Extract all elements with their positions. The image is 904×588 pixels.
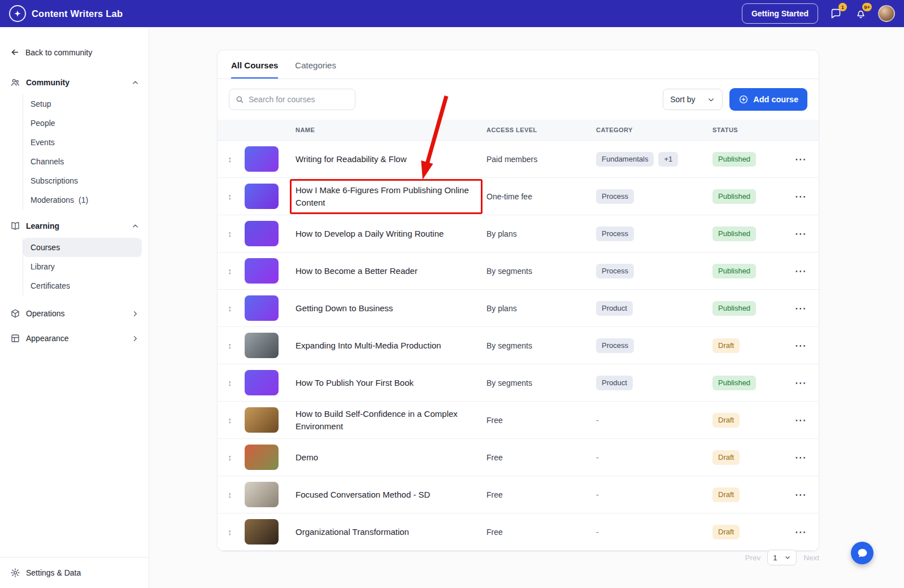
sidebar-item-events[interactable]: Events [23, 133, 142, 152]
notifications-button[interactable]: 9+ [853, 6, 868, 21]
course-row[interactable]: ↕ How I Make 6-Figures From Publishing O… [218, 178, 819, 215]
drag-handle-icon[interactable]: ↕ [228, 229, 245, 238]
page-select[interactable]: 1 [767, 550, 797, 565]
sidebar-item-people[interactable]: People [23, 114, 142, 133]
course-name: Demo [295, 452, 318, 462]
back-to-community-link[interactable]: Back to community [0, 27, 149, 63]
tab-all-courses[interactable]: All Courses [231, 60, 278, 79]
drag-handle-icon[interactable]: ↕ [228, 378, 245, 387]
drag-handle-icon[interactable]: ↕ [228, 154, 245, 164]
row-menu-button[interactable]: ⋯ [790, 414, 811, 426]
course-name: Organizational Transformation [295, 527, 409, 537]
sort-by-label: Sort by [670, 95, 695, 104]
drag-handle-icon[interactable]: ↕ [228, 303, 245, 313]
course-name-wrap: How to Build Self-Confidence in a Comple… [295, 408, 477, 433]
drag-handle-icon[interactable]: ↕ [228, 452, 245, 462]
course-thumbnail [245, 146, 279, 172]
drag-handle-icon[interactable]: ↕ [228, 490, 245, 499]
status-badge: Draft [712, 525, 740, 539]
drag-handle-icon[interactable]: ↕ [228, 527, 245, 537]
tab-categories[interactable]: Categories [295, 60, 336, 79]
course-row[interactable]: ↕ Getting Down to Business By plans Prod… [218, 290, 819, 327]
course-name: Expanding Into Multi-Media Production [295, 341, 441, 350]
category-cell: Fundamentals+1 [596, 152, 712, 167]
sidebar-section-learning[interactable]: Learning [0, 214, 149, 237]
row-menu-button[interactable]: ⋯ [790, 377, 811, 389]
courses-toolbar: Sort by Add course [218, 79, 819, 120]
notifications-badge: 9+ [862, 3, 872, 11]
course-row[interactable]: ↕ Expanding Into Multi-Media Production … [218, 327, 819, 364]
course-name-wrap: Expanding Into Multi-Media Production [295, 339, 441, 352]
courses-card: All Courses Categories Sort by [217, 50, 819, 551]
sort-by-dropdown[interactable]: Sort by [663, 89, 723, 110]
sidebar-item-subscriptions[interactable]: Subscriptions [23, 171, 142, 190]
course-name: How to Build Self-Confidence in a Comple… [295, 409, 458, 431]
user-avatar[interactable] [878, 5, 895, 22]
course-row[interactable]: ↕ How to Build Self-Confidence in a Comp… [218, 402, 819, 439]
getting-started-button[interactable]: Getting Started [742, 3, 818, 24]
messages-button[interactable]: 1 [828, 6, 843, 21]
sidebar-item-setup[interactable]: Setup [23, 94, 142, 114]
access-level: Free [486, 528, 596, 537]
course-name: Getting Down to Business [295, 303, 393, 313]
sidebar-section-appearance[interactable]: Appearance [0, 326, 149, 351]
app-title: Content Writers Lab [32, 8, 123, 19]
course-thumbnail [245, 184, 279, 209]
category-empty: - [596, 490, 599, 499]
course-name-wrap: Getting Down to Business [295, 302, 393, 315]
chevron-up-icon [131, 79, 140, 87]
drag-handle-icon[interactable]: ↕ [228, 266, 245, 276]
drag-handle-icon[interactable]: ↕ [228, 341, 245, 350]
course-name-wrap: How to Become a Better Reader [295, 265, 418, 277]
back-arrow-icon [10, 47, 20, 57]
course-row[interactable]: ↕ Organizational Transformation Free - D… [218, 513, 819, 551]
category-cell: Process [596, 264, 712, 278]
course-thumbnail [245, 258, 279, 284]
status-badge: Draft [712, 487, 740, 502]
course-thumbnail [245, 407, 279, 433]
sidebar-item-library[interactable]: Library [23, 257, 142, 276]
row-menu-button[interactable]: ⋯ [790, 451, 811, 463]
row-menu-button[interactable]: ⋯ [790, 153, 811, 165]
row-menu-button[interactable]: ⋯ [790, 302, 811, 314]
course-row[interactable]: ↕ How To Publish Your First Book By segm… [218, 364, 819, 402]
row-menu-button[interactable]: ⋯ [790, 339, 811, 351]
chat-widget-button[interactable] [851, 542, 873, 564]
access-level: Paid members [486, 155, 596, 164]
row-menu-button[interactable]: ⋯ [790, 526, 811, 538]
sidebar-item-courses[interactable]: Courses [23, 238, 142, 257]
next-page-link[interactable]: Next [803, 554, 819, 562]
row-menu-button[interactable]: ⋯ [790, 265, 811, 277]
messages-badge: 1 [838, 3, 847, 11]
course-thumbnail [245, 519, 279, 545]
topbar: Content Writers Lab Getting Started 1 9+ [0, 0, 904, 27]
course-row[interactable]: ↕ Demo Free - Draft ⋯ [218, 439, 819, 476]
sidebar-item-moderations[interactable]: Moderations(1) [23, 190, 142, 210]
drag-handle-icon[interactable]: ↕ [228, 415, 245, 425]
category-empty: - [596, 416, 599, 425]
course-row[interactable]: ↕ Focused Conversation Method - SD Free … [218, 476, 819, 513]
row-menu-button[interactable]: ⋯ [790, 489, 811, 500]
sidebar-section-community[interactable]: Community [0, 71, 149, 93]
course-thumbnail [245, 370, 279, 395]
add-course-button[interactable]: Add course [729, 88, 807, 111]
access-level: By plans [486, 229, 596, 238]
settings-and-data-link[interactable]: Settings & Data [0, 557, 149, 588]
community-logo-icon[interactable] [9, 5, 26, 22]
sidebar-section-operations[interactable]: Operations [0, 301, 149, 326]
search-input[interactable] [229, 89, 355, 110]
course-row[interactable]: ↕ Writing for Readability & Flow Paid me… [218, 141, 819, 178]
chevron-down-icon [707, 95, 715, 104]
category-empty: - [596, 528, 599, 537]
course-row[interactable]: ↕ How to Develop a Daily Writing Routine… [218, 215, 819, 252]
course-row[interactable]: ↕ How to Become a Better Reader By segme… [218, 252, 819, 290]
row-menu-button[interactable]: ⋯ [790, 190, 811, 202]
sidebar-item-certificates[interactable]: Certificates [23, 276, 142, 295]
row-menu-button[interactable]: ⋯ [790, 228, 811, 239]
prev-page-link[interactable]: Prev [745, 554, 760, 562]
sidebar-item-channels[interactable]: Channels [23, 152, 142, 171]
category-chip: Fundamentals [596, 152, 654, 167]
column-status: STATUS [712, 127, 790, 133]
chevron-right-icon [131, 310, 140, 318]
drag-handle-icon[interactable]: ↕ [228, 191, 245, 201]
